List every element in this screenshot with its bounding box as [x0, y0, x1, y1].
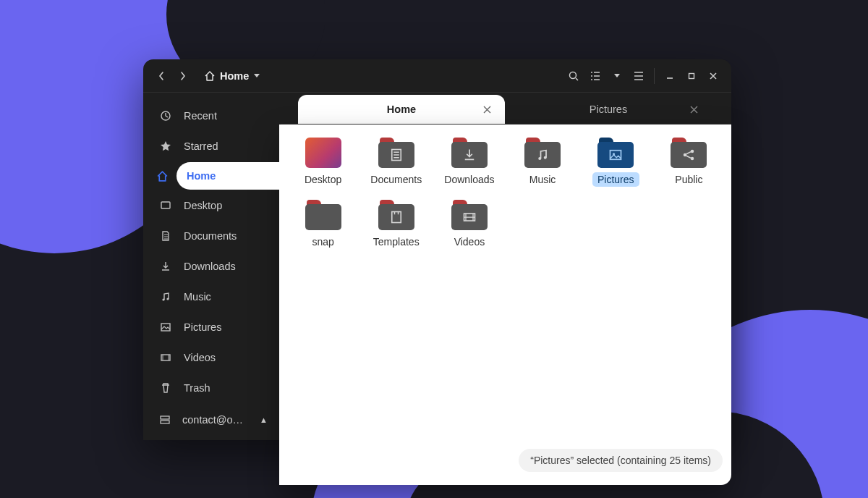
separator	[654, 68, 655, 84]
sidebar-item-downloads[interactable]: Downloads	[143, 252, 281, 281]
window-maximize-button[interactable]	[681, 65, 702, 87]
file-item[interactable]: Templates	[359, 197, 433, 255]
content-pane: Desktop Documents Downloads Music Pictur…	[281, 124, 731, 479]
status-bar: “Pictures” selected (containing 25 items…	[519, 449, 723, 472]
folder-icon	[305, 200, 341, 230]
tab-bar: Home Pictures	[281, 93, 731, 124]
sidebar-item-label: Desktop	[184, 200, 222, 211]
star-icon	[159, 140, 172, 152]
eject-icon[interactable]: ▲	[260, 415, 268, 424]
sidebar-item-trash[interactable]: Trash	[143, 374, 281, 402]
tab-label: Pictures	[527, 104, 690, 115]
clock-icon	[159, 110, 172, 122]
svg-point-6	[162, 298, 164, 300]
folder-icon	[451, 138, 488, 168]
chevron-down-icon	[253, 73, 260, 79]
view-options-chevron[interactable]	[606, 65, 628, 87]
svg-point-0	[570, 72, 576, 78]
file-item[interactable]: Public	[652, 135, 726, 193]
music-icon	[159, 291, 172, 303]
hamburger-menu-button[interactable]	[628, 65, 650, 87]
titlebar: Home	[143, 59, 731, 93]
file-label: Pictures	[592, 172, 639, 187]
server-icon	[159, 414, 171, 426]
file-label: Documents	[365, 172, 427, 187]
file-manager-window: Home	[143, 59, 731, 440]
file-label: Desktop	[299, 172, 346, 187]
sidebar-item-label: Home	[187, 170, 216, 182]
file-item[interactable]: snap	[286, 197, 359, 255]
svg-point-7	[166, 297, 169, 300]
sidebar-item-recent[interactable]: Recent	[143, 101, 281, 130]
sidebar-item-label: Downloads	[184, 261, 236, 272]
status-text: “Pictures” selected (containing 25 items…	[530, 455, 711, 466]
trash-icon	[159, 382, 172, 394]
svg-rect-3	[689, 73, 694, 78]
tab-home[interactable]: Home	[298, 95, 505, 124]
sidebar-item-desktop[interactable]: Desktop	[143, 191, 281, 220]
svg-line-1	[576, 78, 578, 80]
sidebar-item-music[interactable]: Music	[143, 282, 281, 311]
sidebar-item-label: Documents	[184, 230, 237, 242]
breadcrumb-label: Home	[220, 70, 249, 82]
nav-forward-button[interactable]	[172, 65, 194, 87]
file-label: snap	[307, 235, 339, 249]
sidebar-item-documents[interactable]: Documents	[143, 221, 281, 250]
home-icon	[156, 170, 169, 182]
sidebar-item-starred[interactable]: Starred	[143, 132, 281, 161]
window-close-button[interactable]	[702, 65, 724, 87]
svg-rect-10	[161, 416, 169, 419]
sidebar-item-label: Pictures	[184, 321, 221, 333]
sidebar-item-videos[interactable]: Videos	[143, 343, 281, 372]
sidebar-item-label: Trash	[184, 382, 210, 394]
breadcrumb[interactable]: Home	[198, 67, 266, 85]
tab-close-button[interactable]	[483, 106, 505, 114]
file-item[interactable]: Pictures	[579, 135, 652, 193]
file-item[interactable]: Videos	[433, 197, 506, 255]
sidebar-mount-label: contact@o…	[182, 414, 248, 426]
desktop-icon	[159, 200, 172, 211]
svg-rect-5	[161, 202, 170, 208]
svg-rect-8	[161, 324, 170, 331]
file-item[interactable]: Documents	[359, 135, 433, 193]
tab-close-button[interactable]	[690, 106, 712, 114]
desktop-wallpaper-icon	[305, 138, 341, 168]
file-label: Templates	[368, 235, 425, 249]
download-icon	[159, 261, 172, 272]
sidebar-item-label: Recent	[184, 110, 217, 122]
file-label: Downloads	[439, 172, 499, 187]
sidebar-mount[interactable]: contact@o… ▲	[143, 405, 281, 434]
file-item[interactable]: Downloads	[433, 135, 506, 193]
tab-pictures[interactable]: Pictures	[505, 95, 712, 124]
sidebar-item-label: Starred	[184, 140, 218, 152]
sidebar-item-pictures[interactable]: Pictures	[143, 313, 281, 342]
file-grid[interactable]: Desktop Documents Downloads Music Pictur…	[281, 124, 731, 255]
svg-rect-11	[161, 421, 169, 423]
file-icon	[159, 230, 172, 242]
sidebar-item-label: Videos	[184, 352, 216, 363]
sidebar-item-label: Music	[184, 291, 211, 303]
home-icon	[204, 70, 216, 82]
folder-icon	[378, 138, 414, 168]
view-list-button[interactable]	[584, 65, 606, 87]
sidebar: Recent Starred Home Desktop Documents Do…	[143, 93, 281, 440]
file-item[interactable]: Music	[506, 135, 579, 193]
tab-label: Home	[320, 104, 483, 115]
window-minimize-button[interactable]	[659, 65, 681, 87]
folder-icon	[597, 138, 634, 168]
search-button[interactable]	[563, 65, 584, 87]
folder-icon	[524, 138, 561, 168]
file-label: Music	[524, 172, 561, 187]
folder-icon	[378, 200, 414, 230]
image-icon	[159, 321, 172, 333]
sidebar-item-home[interactable]: Home	[176, 162, 281, 190]
folder-icon	[671, 138, 707, 168]
file-item[interactable]: Desktop	[286, 135, 359, 193]
file-label: Public	[670, 172, 707, 187]
folder-icon	[451, 200, 488, 230]
nav-back-button[interactable]	[150, 65, 172, 87]
file-label: Videos	[449, 235, 490, 249]
video-icon	[159, 352, 172, 363]
